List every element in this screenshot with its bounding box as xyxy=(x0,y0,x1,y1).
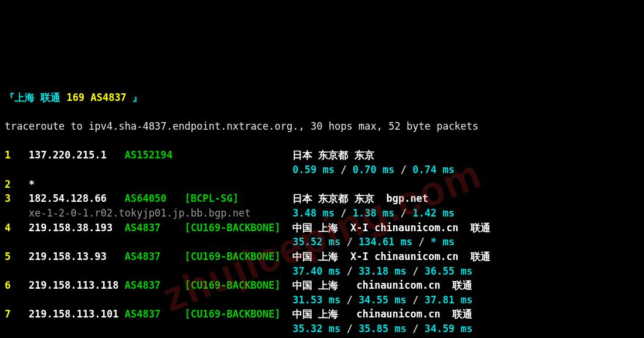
hop-timing-row: 31.53 ms / 34.55 ms / 37.81 ms xyxy=(5,293,639,307)
hop-asn-tag: [BCPL-SG] xyxy=(185,191,292,206)
hop-number: 4 xyxy=(5,221,29,235)
hop-row: 1137.220.215.1AS152194日本 东京都 东京 xyxy=(5,148,639,163)
hop-asn: AS4837 xyxy=(125,278,185,293)
hop-time-1: 35.52 ms xyxy=(292,236,340,248)
header-location: 上海 联通 xyxy=(15,92,60,103)
hop-asn-tag: [CU169-BACKBONE] xyxy=(185,278,292,293)
hop-ip: 219.158.113.101 xyxy=(29,307,125,322)
hop-asn-tag: [CU169-BACKBONE] xyxy=(185,249,292,264)
header-asn: 169 AS4837 xyxy=(67,92,127,103)
hop-time-1: 31.53 ms xyxy=(292,294,340,306)
hop-number: 5 xyxy=(5,249,29,264)
hop-timing-row: 0.59 ms / 0.70 ms / 0.74 ms xyxy=(5,163,639,177)
hop-location: 日本 东京都 东京 xyxy=(292,148,374,163)
hop-asn-tag: [CU169-BACKBONE] xyxy=(185,221,292,235)
hop-asn: AS64050 xyxy=(125,191,185,206)
hop-timeout-star: * xyxy=(29,178,35,190)
trace-header: 『上海 联通 169 AS4837 』 xyxy=(5,90,639,105)
hop-time-2: 0.70 ms xyxy=(353,164,395,175)
hop-ip: 137.220.215.1 xyxy=(29,148,125,163)
hop-asn-tag: [CU169-BACKBONE] xyxy=(185,307,292,322)
hop-time-2: 34.55 ms xyxy=(359,294,407,306)
hop-ip: 219.158.113.118 xyxy=(29,278,125,293)
hop-number: 3 xyxy=(5,191,29,206)
bracket-close: 』 xyxy=(132,92,142,103)
hop-asn: AS152194 xyxy=(125,148,185,163)
hop-time-3: * ms xyxy=(431,236,455,248)
hop-time-2: 35.85 ms xyxy=(359,323,407,334)
hop-time-3: 37.81 ms xyxy=(424,294,472,306)
hop-time-1: 0.59 ms xyxy=(292,164,335,175)
hop-time-1: 37.40 ms xyxy=(292,265,340,277)
hop-ip: 219.158.13.93 xyxy=(29,249,125,264)
hop-number: 6 xyxy=(5,278,29,293)
hop-row: 4219.158.38.193AS4837[CU169-BACKBONE]中国 … xyxy=(5,221,639,235)
hop-timing-row: 35.32 ms / 35.85 ms / 34.59 ms xyxy=(5,322,639,336)
hop-number: 7 xyxy=(5,307,29,322)
hop-location: 中国 上海 chinaunicom.cn 联通 xyxy=(292,278,472,293)
hop-location: 中国 上海 chinaunicom.cn 联通 xyxy=(292,307,472,322)
hop-time-3: 36.55 ms xyxy=(424,265,472,277)
hop-time-1: 3.48 ms xyxy=(292,207,335,219)
hop-row: 3182.54.128.66AS64050[BCPL-SG]日本 东京都 东京 … xyxy=(5,191,639,206)
hop-time-3: 0.74 ms xyxy=(413,164,455,175)
hop-location: 中国 上海 X-I chinaunicom.cn 联通 xyxy=(292,221,490,235)
hop-asn: AS4837 xyxy=(125,307,185,322)
hop-ip: 182.54.128.66 xyxy=(29,191,125,206)
hop-location: 中国 上海 X-I chinaunicom.cn 联通 xyxy=(292,249,490,264)
hop-number: 2 xyxy=(5,177,29,192)
hop-row: 6219.158.113.118AS4837[CU169-BACKBONE]中国… xyxy=(5,278,639,293)
trace-subline: traceroute to ipv4.sha-4837.endpoint.nxt… xyxy=(5,119,639,134)
hop-asn: AS4837 xyxy=(125,221,185,235)
hop-rdns: xe-1-2-0-1.r02.tokyjp01.jp.bb.bgp.net xyxy=(29,206,292,221)
hop-timing-row: xe-1-2-0-1.r02.tokyjp01.jp.bb.bgp.net3.4… xyxy=(5,206,639,221)
hop-time-3: 1.42 ms xyxy=(413,207,455,219)
hop-location: 日本 东京都 东京 bgp.net xyxy=(292,191,428,206)
bracket-open: 『 xyxy=(5,92,15,103)
hops-container: 1137.220.215.1AS152194日本 东京都 东京0.59 ms /… xyxy=(5,148,639,338)
hop-time-1: 35.32 ms xyxy=(292,323,340,334)
hop-row: 7219.158.113.101AS4837[CU169-BACKBONE]中国… xyxy=(5,307,639,322)
hop-row: 5219.158.13.93AS4837[CU169-BACKBONE]中国 上… xyxy=(5,249,639,264)
hop-time-2: 134.61 ms xyxy=(359,236,413,248)
hop-number: 1 xyxy=(5,148,29,163)
hop-asn: AS4837 xyxy=(125,249,185,264)
hop-row: 2* xyxy=(5,177,639,192)
hop-time-2: 1.38 ms xyxy=(353,207,395,219)
hop-time-2: 33.18 ms xyxy=(359,265,407,277)
hop-timing-row: 35.52 ms / 134.61 ms / * ms xyxy=(5,235,639,249)
hop-timing-row: 37.40 ms / 33.18 ms / 36.55 ms xyxy=(5,264,639,279)
hop-ip: 219.158.38.193 xyxy=(29,221,125,235)
hop-time-3: 34.59 ms xyxy=(424,323,472,334)
